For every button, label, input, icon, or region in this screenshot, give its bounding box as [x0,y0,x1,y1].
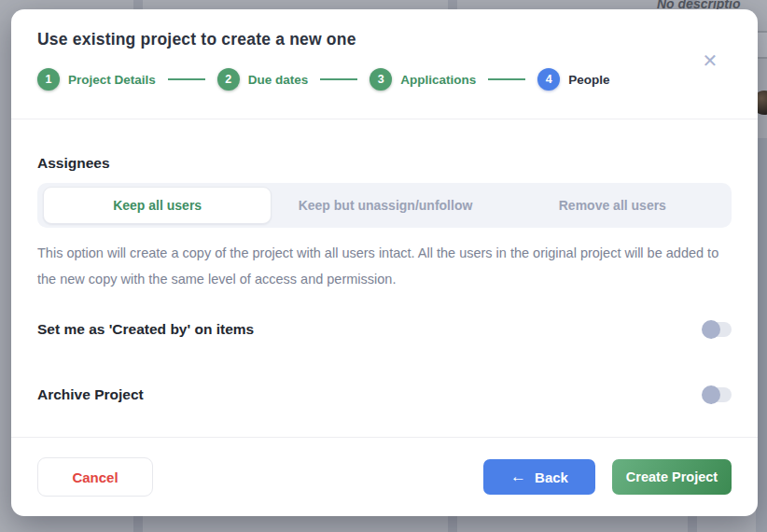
create-project-button[interactable]: Create Project [612,459,732,495]
step-applications[interactable]: 3 Applications [370,68,476,91]
step-connector [168,78,205,80]
assignees-tab-group: Keep all users Keep but unassign/unfollo… [37,183,732,228]
option-row-created-by: Set me as 'Created by' on items [37,320,732,339]
modal-title: Use existing project to create a new one [37,30,732,49]
modal-header: Use existing project to create a new one… [11,9,758,119]
close-icon[interactable]: ✕ [700,50,720,71]
step-label: Project Details [68,73,156,87]
back-button-label: Back [535,469,568,485]
tab-keep-all-users[interactable]: Keep all users [43,187,272,224]
archive-project-label: Archive Project [37,386,144,403]
toggle-knob [702,320,720,339]
step-label: People [568,73,609,87]
create-project-modal: Use existing project to create a new one… [11,9,758,516]
left-arrow-icon: ← [510,468,526,486]
step-connector [320,78,357,80]
footer-actions: ← Back Create Project [483,459,732,495]
step-people[interactable]: 4 People [537,68,609,91]
toggle-knob [702,385,720,404]
step-number-badge: 3 [370,68,392,91]
cancel-button[interactable]: Cancel [37,457,153,497]
step-due-dates[interactable]: 2 Due dates [217,68,309,91]
step-number-badge: 4 [537,68,560,91]
modal-footer: Cancel ← Back Create Project [11,437,758,516]
step-number-badge: 1 [37,68,60,91]
step-number-badge: 2 [217,68,240,91]
back-button[interactable]: ← Back [483,459,595,495]
assignees-option-description: This option will create a copy of the pr… [37,240,732,292]
step-label: Applications [400,73,476,87]
tab-remove-all-users[interactable]: Remove all users [499,187,726,224]
created-by-toggle[interactable] [702,320,732,339]
created-by-label: Set me as 'Created by' on items [37,321,254,338]
option-row-archive-project: Archive Project [37,385,732,404]
wizard-stepper: 1 Project Details 2 Due dates 3 Applicat… [37,68,732,91]
modal-body: Assignees Keep all users Keep but unassi… [11,119,758,437]
assignees-heading: Assignees [37,155,732,172]
tab-keep-but-unassign-unfollow[interactable]: Keep but unassign/unfollow [272,187,498,224]
step-connector [488,78,525,80]
archive-project-toggle[interactable] [702,385,732,404]
step-project-details[interactable]: 1 Project Details [37,68,156,91]
step-label: Due dates [248,73,309,87]
screen: No descriptio Use existing project to cr… [0,0,767,532]
